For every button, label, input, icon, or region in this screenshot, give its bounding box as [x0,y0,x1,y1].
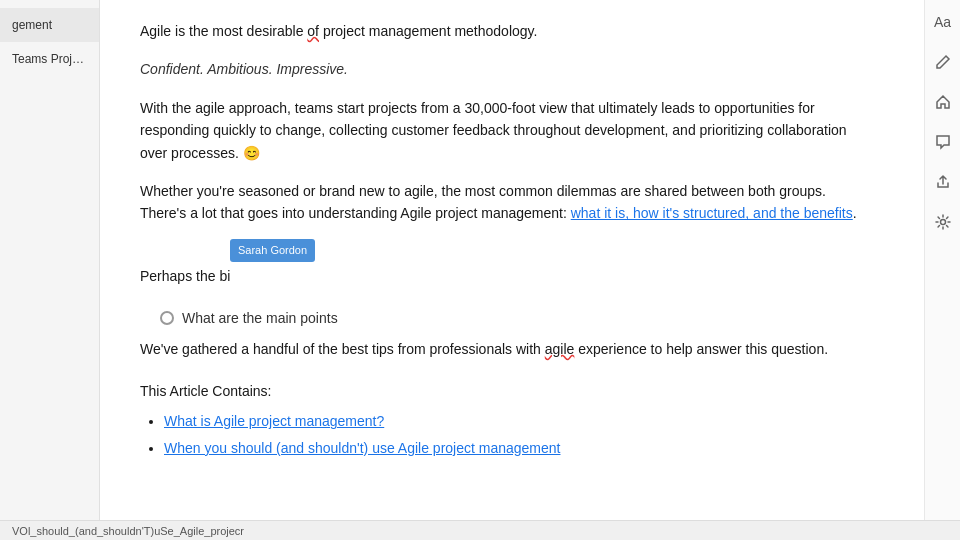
article-link-1[interactable]: What is Agile project management? [164,413,384,429]
main-area: Agile is the most desirable of project m… [100,0,960,540]
comment-container: Sarah Gordon Perhaps the bi What are the… [140,265,864,334]
article-contains-title: This Article Contains: [140,380,864,402]
list-item: What is Agile project management? [164,410,864,432]
paragraph-3-text: With the agile approach, teams start pro… [140,100,847,161]
agile-link[interactable]: what it is, how it's structured, and the… [571,205,853,221]
paragraph-1-text: Agile is the most desirable of project m… [140,23,537,39]
article-list: What is Agile project management? When y… [140,410,864,459]
sidebar-item-management[interactable]: gement [0,8,99,42]
paragraph-5-start: Perhaps the bi [140,268,230,284]
paragraph-1: Agile is the most desirable of project m… [140,20,864,42]
sidebar: gement Teams Project... [0,0,100,540]
article-section: This Article Contains: What is Agile pro… [140,380,864,459]
settings-icon[interactable] [931,210,955,234]
paragraph-3: With the agile approach, teams start pro… [140,97,864,164]
paragraph-6: We've gathered a handful of the best tip… [140,338,864,360]
sidebar-item-teams[interactable]: Teams Project... [0,42,99,76]
underline-word-agile: agile [545,341,575,357]
comment-icon[interactable] [931,130,955,154]
edit-icon[interactable] [931,50,955,74]
document-content: Agile is the most desirable of project m… [100,0,924,540]
suggestion-item[interactable]: What are the main points [160,303,864,333]
paragraph-4: Whether you're seasoned or brand new to … [140,180,864,225]
share-icon[interactable] [931,170,955,194]
right-toolbar: Aa [924,0,960,540]
home-icon[interactable] [931,90,955,114]
suggestion-text: What are the main points [182,307,338,329]
emoji: 😊 [243,145,260,161]
list-item: When you should (and shouldn't) use Agil… [164,437,864,459]
suggestion-radio[interactable] [160,311,174,325]
paragraph-6-text: We've gathered a handful of the best tip… [140,341,828,357]
italic-text: Confident. Ambitious. Impressive. [140,61,348,77]
underline-word-of: of [307,23,319,39]
filename-text: VOl_should_(and_shouldn'T)uSe_Agile_proj… [12,525,244,537]
bottom-bar: VOl_should_(and_shouldn'T)uSe_Agile_proj… [0,520,960,540]
sidebar-item-label: Teams Project... [12,52,98,66]
paragraph-italic: Confident. Ambitious. Impressive. [140,58,864,80]
paragraph-5: Perhaps the bi [140,265,864,287]
comment-tooltip[interactable]: Sarah Gordon [230,239,315,263]
font-icon[interactable]: Aa [931,10,955,34]
comment-author: Sarah Gordon [238,244,307,256]
paragraph-4-end: . [853,205,857,221]
sidebar-item-label: gement [12,18,52,32]
svg-point-0 [940,220,945,225]
article-link-2[interactable]: When you should (and shouldn't) use Agil… [164,440,560,456]
